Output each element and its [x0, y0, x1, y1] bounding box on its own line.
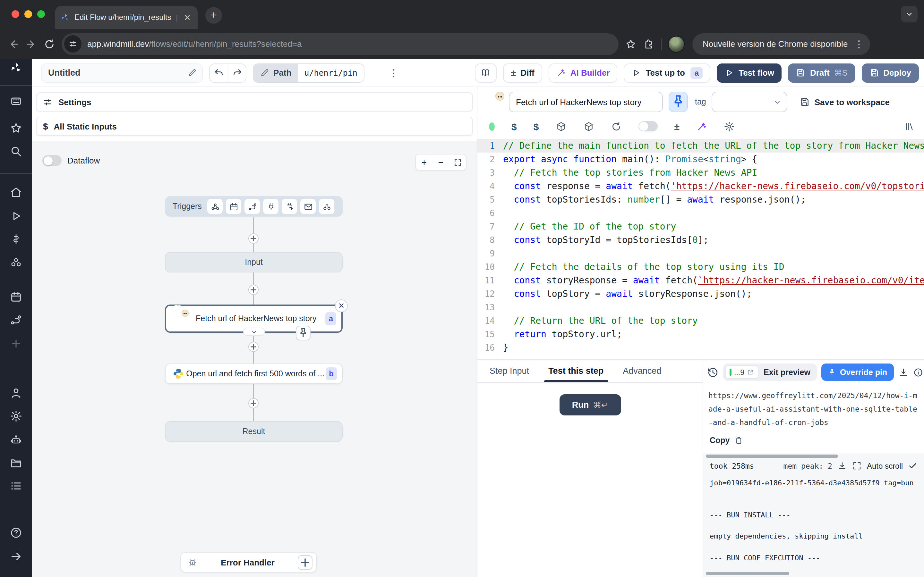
code-line-12[interactable]: 12 const topStory = await storyResponse.… [477, 287, 924, 301]
expand-logs-icon[interactable] [852, 461, 862, 471]
deploy-button[interactable]: Deploy [861, 63, 919, 82]
add-step-button[interactable] [248, 398, 258, 408]
chrome-update-button[interactable]: Nouvelle version de Chrome disponible ⋮ [692, 33, 870, 55]
diff-button[interactable]: ± Diff [503, 63, 542, 82]
back-button[interactable] [8, 38, 19, 50]
tab-step-input[interactable]: Step Input [481, 359, 537, 382]
sidebar-item-resources-icon[interactable] [10, 256, 23, 269]
bookmark-star-icon[interactable] [625, 38, 636, 50]
download-logs-icon[interactable] [837, 461, 847, 471]
horizontal-scrollbar[interactable] [706, 572, 789, 575]
code-line-9[interactable]: 9 [477, 247, 924, 260]
fit-view-button[interactable] [449, 154, 466, 171]
package-icon[interactable] [583, 121, 594, 132]
add-step-button[interactable] [248, 285, 258, 295]
dollar-icon[interactable]: $ [533, 121, 539, 132]
external-link-icon[interactable] [747, 369, 754, 376]
draft-button[interactable]: Draft ⌘S [788, 63, 855, 82]
code-line-4[interactable]: 4 const response = await fetch('https://… [477, 179, 924, 193]
auto-scroll-checkbox[interactable] [908, 461, 918, 471]
code-line-16[interactable]: 16} [477, 341, 924, 355]
sidebar-item-schedules-icon[interactable] [10, 290, 23, 303]
diff-mode-icon[interactable]: ± [674, 121, 679, 132]
email-trigger-icon[interactable] [300, 199, 316, 214]
status-dot-icon[interactable] [489, 122, 495, 131]
code-line-11[interactable]: 11 const storyResponse = await fetch(`ht… [477, 274, 924, 287]
site-settings-icon[interactable] [64, 35, 81, 53]
gear-icon[interactable] [724, 121, 735, 132]
sidebar-item-runs-icon[interactable] [10, 210, 23, 222]
library-icon[interactable] [904, 121, 915, 132]
pin-button[interactable] [669, 92, 688, 112]
code-line-7[interactable]: 7 // Get the ID of the top story [477, 220, 924, 234]
code-editor[interactable]: 1// Define the main function to fetch th… [477, 136, 924, 359]
code-line-6[interactable]: 6 [477, 206, 924, 220]
more-options-kebab-icon[interactable]: ⋮ [386, 67, 401, 79]
code-line-3[interactable]: 3 // Fetch the top stories from Hacker N… [477, 166, 924, 179]
code-line-13[interactable]: 13 [477, 301, 924, 314]
forward-button[interactable] [26, 38, 37, 50]
horizontal-scrollbar[interactable] [706, 455, 838, 458]
extensions-puzzle-icon[interactable] [643, 38, 654, 50]
sidebar-item-routes-icon[interactable] [10, 314, 23, 326]
docs-book-button[interactable] [475, 63, 497, 82]
dataflow-toggle[interactable] [42, 155, 61, 166]
schedule-trigger-icon[interactable] [226, 199, 242, 214]
all-static-inputs-row[interactable]: $ All Static Inputs [36, 117, 473, 136]
code-line-8[interactable]: 8 const topStoryId = topStoriesIds[0]; [477, 234, 924, 247]
result-node[interactable]: Result [165, 421, 342, 442]
kafka-trigger-icon[interactable] [282, 199, 297, 214]
sidebar-item-collapse-icon[interactable] [10, 550, 23, 563]
flow-settings-row[interactable]: Settings [36, 92, 473, 111]
sidebar-item-search-icon[interactable] [10, 145, 23, 158]
maximize-window-button[interactable] [37, 10, 45, 18]
sidebar-item-apps-icon[interactable] [10, 95, 23, 108]
tag-select[interactable] [712, 92, 788, 112]
tab-test-this-step[interactable]: Test this step [540, 359, 612, 382]
code-line-1[interactable]: 1// Define the main function to fetch th… [477, 139, 924, 153]
route-trigger-icon[interactable] [245, 199, 260, 214]
sidebar-item-settings-icon[interactable] [10, 410, 23, 422]
code-line-15[interactable]: 15 return topStory.url; [477, 327, 924, 341]
test-up-to-button[interactable]: Test up to a [624, 63, 711, 82]
run-button[interactable]: Run ⌘↵ [559, 394, 621, 416]
test-flow-button[interactable]: Test flow [717, 63, 782, 82]
exit-preview-button[interactable]: Exit preview [764, 367, 815, 377]
code-line-10[interactable]: 10 // Fetch the details of the top story… [477, 260, 924, 274]
profile-avatar[interactable] [668, 35, 685, 52]
result-url-text[interactable]: https://www.geoffreylitt.com/2025/04/12/… [708, 389, 919, 430]
override-pin-button[interactable]: Override pin [821, 364, 893, 381]
reload-button[interactable] [44, 38, 55, 50]
code-line-2[interactable]: 2export async function main(): Promise<s… [477, 153, 924, 166]
sidebar-item-workers-icon[interactable] [10, 434, 23, 446]
pin-badge-icon[interactable] [296, 326, 310, 340]
toggle-icon[interactable] [638, 121, 657, 131]
error-handler-node[interactable]: Error Handler [180, 552, 317, 572]
browser-tab[interactable]: Edit Flow u/henri/pin_results | ✕ [55, 6, 198, 29]
zoom-in-button[interactable]: + [416, 154, 433, 171]
tab-advanced[interactable]: Advanced [614, 359, 670, 382]
sidebar-item-add-icon[interactable] [10, 337, 23, 350]
sidebar-item-home-icon[interactable] [10, 186, 23, 199]
tab-close-icon[interactable]: ✕ [182, 12, 192, 23]
history-icon[interactable] [707, 366, 719, 378]
zoom-out-button[interactable]: − [433, 154, 449, 171]
address-bar[interactable]: app.windmill.dev/flows/edit/u/henri/pin_… [61, 33, 619, 55]
triggers-node[interactable]: Triggers [165, 196, 342, 217]
flow-summary-input[interactable]: Untitled [41, 63, 203, 82]
new-tab-button[interactable]: + [205, 7, 222, 24]
info-circle-icon[interactable] [913, 367, 923, 377]
remove-step-icon[interactable]: ✕ [335, 300, 348, 312]
add-step-button[interactable] [248, 342, 258, 352]
collapse-step-chevron[interactable] [243, 327, 265, 336]
redo-button[interactable] [228, 64, 246, 82]
add-step-button[interactable] [248, 234, 258, 243]
sidebar-item-logs-icon[interactable] [10, 480, 23, 492]
undo-button[interactable] [210, 64, 228, 82]
chrome-menu-kebab-icon[interactable]: ⋮ [854, 38, 864, 50]
step-node-b[interactable]: Open url and fetch first 500 words of ..… [165, 364, 342, 384]
code-line-5[interactable]: 5 const topStoriesIds: number[] = await … [477, 193, 924, 206]
sidebar-item-users-icon[interactable] [10, 387, 23, 400]
package-icon[interactable] [556, 121, 566, 132]
input-node[interactable]: Input [165, 252, 342, 272]
